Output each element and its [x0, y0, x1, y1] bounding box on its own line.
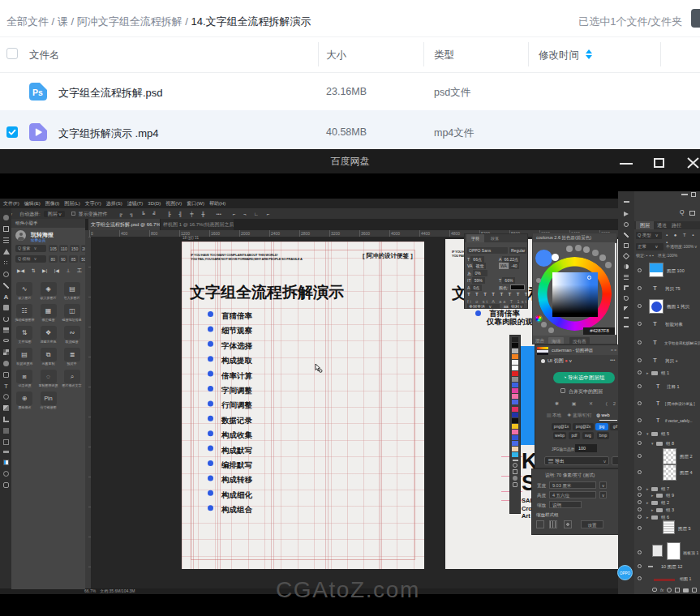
svg-text:Ps: Ps — [32, 88, 43, 97]
